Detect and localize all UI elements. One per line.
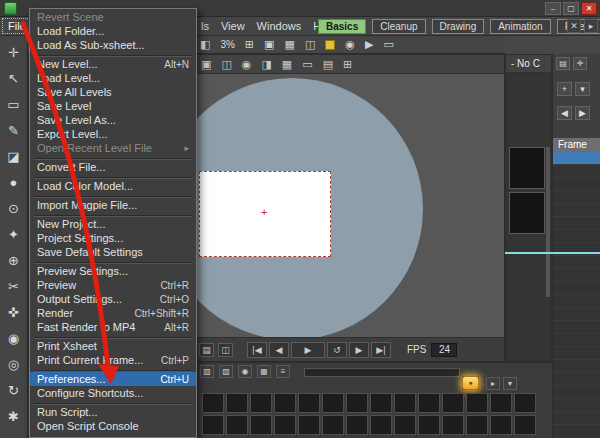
zoom-tool[interactable]: ◎ (2, 352, 26, 378)
last-frame-button[interactable]: ▶| (371, 342, 391, 358)
capture-icon[interactable]: ◉ (238, 365, 252, 378)
film-thumbnail[interactable] (418, 393, 440, 413)
level-strip-cell[interactable] (509, 192, 545, 234)
fill-tool[interactable]: ● (2, 170, 26, 196)
settings-icon[interactable]: ≡ (276, 365, 290, 378)
film-thumbnail[interactable] (298, 393, 320, 413)
film-thumbnail[interactable] (274, 393, 296, 413)
animate-tool[interactable]: ✛ (2, 40, 26, 66)
hand-tool[interactable]: ✱ (2, 404, 26, 430)
xsheet-frame-cell[interactable] (553, 243, 600, 256)
file-menu-item[interactable]: Preview Settings... ▸ (30, 264, 196, 278)
prev-level-icon[interactable]: ▸ (486, 377, 500, 390)
minimize-button[interactable]: – (545, 2, 561, 15)
menubar-item[interactable]: Windows (257, 19, 302, 33)
camera-view-icon[interactable]: ◉ (345, 39, 355, 50)
film-thumbnail[interactable] (490, 393, 512, 413)
xsheet-frame-cell[interactable] (553, 204, 600, 217)
file-menu-item[interactable]: Open Script Console ▸ (30, 419, 196, 433)
film-thumbnail[interactable] (394, 415, 416, 435)
xsheet-frame-cell[interactable] (553, 334, 600, 347)
xsheet-frame-cell[interactable] (553, 295, 600, 308)
xsheet-frame-cell[interactable] (553, 217, 600, 230)
safe-area-icon[interactable]: ▣ (264, 39, 274, 50)
histogram-icon[interactable]: ▤ (323, 58, 333, 71)
file-menu-item[interactable]: Print Current Frame... Ctrl+P ▸ (30, 353, 196, 367)
film-thumbnail[interactable] (514, 393, 536, 413)
filmstrip-icon[interactable]: ▦ (257, 365, 271, 378)
xsheet-lock-icon[interactable]: ✛ (573, 57, 587, 70)
timeline-strip[interactable] (304, 368, 460, 377)
film-thumbnail[interactable] (394, 393, 416, 413)
geometric-tool[interactable]: ▭ (2, 92, 26, 118)
file-menu-item[interactable]: Load As Sub-xsheet... ▸ (30, 38, 196, 52)
clip-region-icon[interactable]: ▭ (302, 58, 312, 71)
file-menu-item[interactable]: Run Script... ▸ (30, 405, 196, 419)
previous-frame-button[interactable]: ◀ (269, 342, 289, 358)
play-button[interactable]: ▶ (291, 342, 325, 358)
file-menu-item[interactable]: Preferences... Ctrl+U ▸ (30, 372, 196, 386)
xsheet-frame-cell[interactable] (553, 152, 600, 165)
prev-key-icon[interactable]: ◀ (557, 106, 572, 120)
menubar-item[interactable]: View (221, 19, 245, 33)
file-menu-item[interactable]: Save All Levels ▸ (30, 85, 196, 99)
glowing-toggle-button[interactable]: ● (462, 376, 479, 390)
file-menu-item[interactable]: Save Level ▸ (30, 99, 196, 113)
film-thumbnail[interactable] (346, 393, 368, 413)
file-menu-item[interactable]: Save Level As... ▸ (30, 113, 196, 127)
film-thumbnail[interactable] (274, 415, 296, 435)
xsheet-menu-icon[interactable]: ▤ (556, 57, 570, 70)
grid-icon[interactable]: ▦ (284, 39, 294, 50)
xsheet-frame-cell[interactable] (553, 282, 600, 295)
file-menu-item[interactable]: Output Settings... Ctrl+O ▸ (30, 292, 196, 306)
xsheet-frame-cell[interactable] (553, 386, 600, 399)
frame-options-button[interactable]: ▾ (575, 82, 590, 96)
file-menu-item[interactable]: Render Ctrl+Shift+R ▸ (30, 306, 196, 320)
film-thumbnail[interactable] (226, 415, 248, 435)
zoom-level[interactable]: 3% (220, 39, 234, 50)
film-thumbnail[interactable] (418, 415, 440, 435)
brush-tool[interactable]: ✎ (2, 118, 26, 144)
file-menu-item[interactable]: Revert Scene ▸ (30, 10, 196, 24)
sound-icon[interactable]: ◫ (218, 343, 233, 357)
style-picker-tool[interactable]: ⊙ (2, 196, 26, 222)
xsheet-frame-cell[interactable] (553, 178, 600, 191)
level-strip-scrollbar[interactable] (546, 147, 550, 297)
film-thumbnail[interactable] (322, 415, 344, 435)
film-thumbnail[interactable] (370, 415, 392, 435)
cutter-tool[interactable]: ✂ (2, 274, 26, 300)
file-menu-item[interactable]: Save Default Settings ▸ (30, 245, 196, 259)
preview-toggle-icon[interactable]: ▶ (365, 39, 373, 50)
new-vector-level-icon[interactable]: ▨ (219, 365, 233, 378)
file-menu-item[interactable]: New Project... ▸ (30, 217, 196, 231)
xsheet-frame-cell[interactable] (553, 256, 600, 269)
selection-tool[interactable]: ↖ (2, 66, 26, 92)
xsheet-frame-cell[interactable] (553, 412, 600, 425)
file-menu-item[interactable]: Project Settings... ▸ (30, 231, 196, 245)
xsheet-frame-cell[interactable] (553, 425, 600, 438)
next-frame-button[interactable]: ▶ (349, 342, 369, 358)
flip-options-icon[interactable]: ▤ (199, 343, 214, 357)
file-menu-item[interactable]: Fast Render to MP4 Alt+R ▸ (30, 320, 196, 334)
room-tab[interactable]: Animation (490, 19, 550, 34)
film-thumbnail[interactable] (442, 415, 464, 435)
view-mode-icon[interactable]: ▣ (201, 58, 211, 71)
xsheet-frame-cell[interactable] (553, 373, 600, 386)
camera-stand-view-icon[interactable]: ◉ (242, 58, 252, 71)
file-menu-item[interactable]: Load Color Model... ▸ (30, 179, 196, 193)
film-thumbnail[interactable] (250, 415, 272, 435)
file-menu-item[interactable]: Convert File... ▸ (30, 160, 196, 174)
film-thumbnail[interactable] (202, 415, 224, 435)
room-tab[interactable]: Cleanup (372, 19, 425, 34)
freeze-viewer-icon[interactable]: ◧ (200, 39, 210, 50)
new-raster-level-icon[interactable]: ▧ (200, 365, 214, 378)
film-thumbnail[interactable] (322, 393, 344, 413)
file-menu-item[interactable]: Load Level... ▸ (30, 71, 196, 85)
checkerboard-icon[interactable]: ▦ (282, 58, 292, 71)
close-button[interactable]: ✕ (581, 2, 597, 15)
file-menu-item[interactable]: Configure Shortcuts... ▸ (30, 386, 196, 400)
field-guide-icon[interactable]: ⊞ (245, 39, 254, 50)
rgb-picker-tool[interactable]: ✦ (2, 222, 26, 248)
file-menu-item[interactable]: Open Recent Level File ▸ (30, 141, 196, 155)
current-style-swatch[interactable]: ■ (325, 40, 335, 50)
